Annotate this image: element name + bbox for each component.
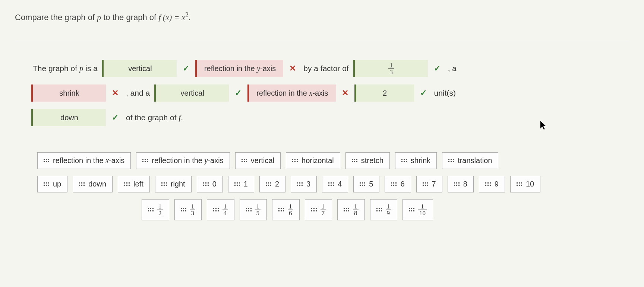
- answer-tile[interactable]: down: [73, 176, 113, 192]
- check-icon: ✓: [180, 63, 192, 74]
- divider: [15, 41, 629, 41]
- answer-tile[interactable]: 18: [337, 199, 365, 220]
- grip-icon: [278, 208, 284, 211]
- tile-row: reflection in the x-axisreflection in th…: [37, 152, 629, 169]
- grip-icon: [485, 182, 491, 186]
- answer-tile[interactable]: horizontal: [286, 152, 340, 169]
- grip-icon: [203, 182, 209, 186]
- answer-tile[interactable]: 15: [240, 199, 267, 220]
- answer-tile[interactable]: shrink: [395, 152, 437, 169]
- drop-slot-4[interactable]: shrink: [31, 84, 106, 102]
- sentence-text: unit(s): [431, 82, 459, 104]
- answer-tile[interactable]: 5: [353, 176, 379, 192]
- drop-slot-7[interactable]: 2: [354, 84, 414, 102]
- tile-row: 1213141516171819110: [142, 199, 629, 220]
- answer-tile[interactable]: reflection in the x-axis: [37, 152, 131, 169]
- grip-icon: [297, 182, 303, 186]
- grip-icon: [454, 182, 460, 186]
- check-icon: ✓: [110, 112, 121, 123]
- answer-tile[interactable]: 16: [272, 199, 300, 220]
- answer-tile[interactable]: 12: [142, 199, 169, 220]
- drop-slot-8[interactable]: down: [31, 109, 106, 126]
- answer-tile[interactable]: 0: [197, 176, 223, 192]
- grip-icon: [391, 182, 397, 186]
- grip-icon: [79, 182, 85, 186]
- grip-icon: [266, 182, 271, 186]
- answer-tile[interactable]: left: [118, 176, 150, 192]
- grip-icon: [328, 182, 334, 186]
- grip-icon: [124, 182, 130, 186]
- sentence-text: by a factor of: [300, 57, 351, 80]
- grip-icon: [517, 182, 522, 186]
- x-icon: ✕: [287, 63, 298, 74]
- grip-icon: [213, 208, 219, 211]
- answer-tile[interactable]: 6: [385, 176, 411, 192]
- grip-icon: [44, 159, 49, 162]
- grip-icon: [142, 159, 148, 162]
- drop-slot-1[interactable]: vertical: [102, 60, 177, 77]
- answer-tile[interactable]: up: [37, 176, 67, 192]
- answer-tile[interactable]: reflection in the y-axis: [136, 152, 230, 169]
- grip-icon: [311, 208, 317, 211]
- grip-icon: [344, 208, 349, 211]
- answer-tile[interactable]: 4: [322, 176, 348, 192]
- sentence-text: The graph of p is a: [30, 57, 101, 80]
- question-prompt: Compare the graph of p to the graph of f…: [15, 11, 629, 22]
- answer-tile[interactable]: 9: [479, 176, 505, 192]
- tile-bank: reflection in the x-axisreflection in th…: [37, 152, 629, 220]
- grip-icon: [352, 159, 357, 162]
- sentence-text: , and a: [123, 82, 153, 104]
- grip-icon: [401, 159, 407, 162]
- grip-icon: [44, 182, 49, 186]
- drop-slot-6[interactable]: reflection in the x-axis: [247, 84, 335, 102]
- check-icon: ✓: [418, 87, 429, 99]
- answer-tile[interactable]: 1: [228, 176, 254, 192]
- grip-icon: [376, 208, 382, 211]
- grip-icon: [234, 182, 240, 186]
- answer-tile[interactable]: 17: [305, 199, 332, 220]
- answer-tile[interactable]: stretch: [345, 152, 390, 169]
- grip-icon: [181, 208, 186, 211]
- answer-tile[interactable]: 110: [402, 199, 433, 220]
- answer-tile[interactable]: translation: [442, 152, 498, 169]
- sentence-text: , a: [445, 57, 460, 80]
- grip-icon: [246, 208, 252, 211]
- answer-sentence: The graph of p is a vertical ✓ reflectio…: [30, 56, 629, 130]
- check-icon: ✓: [432, 63, 443, 74]
- answer-tile[interactable]: 19: [370, 199, 398, 220]
- x-icon: ✕: [110, 87, 121, 99]
- answer-tile[interactable]: 10: [510, 176, 540, 192]
- grip-icon: [448, 159, 454, 162]
- tile-row: updownleftright012345678910: [37, 176, 629, 192]
- grip-icon: [423, 182, 428, 186]
- grip-icon: [409, 208, 414, 211]
- answer-tile[interactable]: 8: [448, 176, 474, 192]
- answer-tile[interactable]: 13: [174, 199, 202, 220]
- grip-icon: [242, 159, 247, 162]
- check-icon: ✓: [233, 87, 244, 99]
- drop-slot-3[interactable]: 13: [353, 60, 428, 77]
- drop-slot-5[interactable]: vertical: [154, 84, 229, 102]
- grip-icon: [360, 182, 365, 186]
- answer-tile[interactable]: vertical: [235, 152, 281, 169]
- grip-icon: [292, 159, 298, 162]
- x-icon: ✕: [340, 87, 351, 99]
- answer-tile[interactable]: 2: [259, 176, 285, 192]
- answer-tile[interactable]: right: [155, 176, 192, 192]
- answer-tile[interactable]: 14: [207, 199, 234, 220]
- grip-icon: [161, 182, 167, 186]
- answer-tile[interactable]: 7: [416, 176, 442, 192]
- sentence-text: of the graph of f.: [123, 106, 186, 129]
- answer-tile[interactable]: 3: [291, 176, 317, 192]
- grip-icon: [148, 208, 154, 211]
- drop-slot-2[interactable]: reflection in the y-axis: [195, 60, 283, 77]
